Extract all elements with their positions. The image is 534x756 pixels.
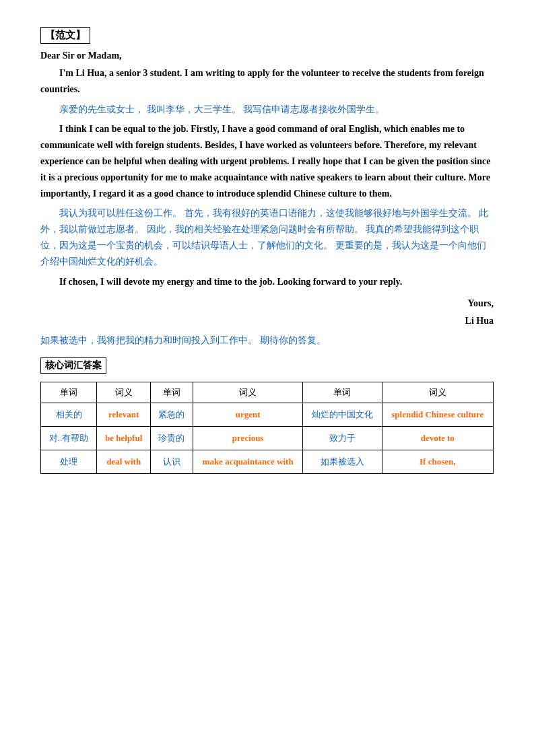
section-title: 【范文】 — [40, 27, 90, 44]
col-header-6: 词义 — [382, 382, 493, 403]
vocab-en-1-3: devote to — [382, 426, 493, 450]
vocab-en-0-3: splendid Chinese culture — [382, 403, 493, 426]
vocab-cn-0-1: 相关的 — [41, 403, 97, 426]
vocab-en-0-2: urgent — [193, 403, 302, 426]
col-header-3: 单词 — [151, 382, 193, 403]
col-header-2: 词义 — [97, 382, 151, 403]
vocab-cn-1-2: 珍贵的 — [151, 426, 193, 450]
vocab-cn-0-3: 灿烂的中国文化 — [303, 403, 382, 426]
vocab-row-0: 相关的relevant紧急的urgent灿烂的中国文化splendid Chin… — [41, 403, 494, 426]
vocab-en-1-1: be helpful — [97, 426, 151, 450]
para1-cn: 亲爱的先生或女士， 我叫李华，大三学生。 我写信申请志愿者接收外国学生。 — [40, 102, 494, 118]
vocab-cn-2-1: 处理 — [41, 450, 97, 473]
vocab-en-2-2: make acquaintance with — [193, 450, 302, 473]
para3-en: If chosen, I will devote my energy and t… — [40, 274, 494, 290]
vocab-en-2-1: deal with — [97, 450, 151, 473]
col-header-1: 单词 — [41, 382, 97, 403]
para2-cn: 我认为我可以胜任这份工作。 首先，我有很好的英语口语能力，这使我能够很好地与外国… — [40, 205, 494, 269]
vocab-header-row: 单词 词义 单词 词义 单词 词义 — [41, 382, 494, 403]
para3-cn: 如果被选中，我将把我的精力和时间投入到工作中。 期待你的答复。 — [40, 335, 494, 347]
vocab-cn-2-3: 如果被选入 — [303, 450, 382, 473]
vocab-en-0-1: relevant — [97, 403, 151, 426]
vocab-row-2: 处理deal with认识make acquaintance with如果被选入… — [41, 450, 494, 473]
vocab-cn-1-1: 对..有帮助 — [41, 426, 97, 450]
greeting: Dear Sir or Madam, — [40, 50, 494, 61]
vocab-cn-1-3: 致力于 — [303, 426, 382, 450]
vocab-row-1: 对..有帮助be helpful珍贵的precious致力于devote to — [41, 426, 494, 450]
para1-en: I'm Li Hua, a senior 3 student. I am wri… — [40, 65, 494, 98]
closing-block: Yours, Li Hua — [40, 295, 494, 329]
vocab-en-1-2: precious — [193, 426, 302, 450]
vocab-table: 单词 词义 单词 词义 单词 词义 相关的relevant紧急的urgent灿烂… — [40, 382, 494, 474]
vocab-cn-0-2: 紧急的 — [151, 403, 193, 426]
closing-yours: Yours, — [40, 295, 494, 312]
vocab-en-2-3: If chosen, — [382, 450, 493, 473]
col-header-5: 单词 — [303, 382, 382, 403]
col-header-4: 词义 — [193, 382, 302, 403]
vocab-title: 核心词汇答案 — [40, 357, 106, 374]
vocab-cn-2-2: 认识 — [151, 450, 193, 473]
vocab-section: 核心词汇答案 单词 词义 单词 词义 单词 词义 相关的relevant紧急的u… — [40, 357, 494, 474]
para2-en: I think I can be equal to the job. First… — [40, 121, 494, 201]
closing-name: Li Hua — [40, 312, 494, 329]
